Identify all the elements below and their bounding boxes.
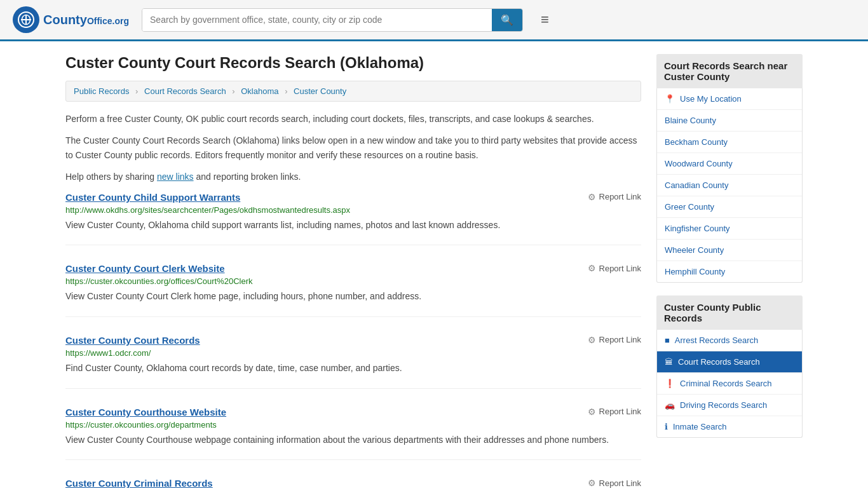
result-title-1[interactable]: Custer County Court Clerk Website: [65, 263, 225, 274]
nearby-counties-container: Blaine CountyBeckham CountyWoodward Coun…: [657, 110, 802, 282]
search-button[interactable]: 🔍: [492, 9, 522, 31]
result-url-0[interactable]: http://www.okdhs.org/sites/searchcenter/…: [65, 205, 641, 215]
public-record-icon-1: 🏛: [665, 357, 673, 367]
breadcrumb-oklahoma[interactable]: Oklahoma: [241, 86, 278, 96]
result-desc-1: View Custer County Court Clerk home page…: [65, 290, 641, 304]
public-record-icon-3: 🚗: [665, 400, 675, 410]
report-link-3[interactable]: ⚙ Report Link: [588, 407, 641, 417]
nearby-county-7[interactable]: Hemphill County: [657, 261, 802, 282]
search-input[interactable]: [142, 9, 492, 31]
result-title-3[interactable]: Custer County Courthouse Website: [65, 407, 226, 417]
public-record-link-3[interactable]: 🚗Driving Records Search: [657, 395, 802, 416]
public-records-title: Custer County Public Records: [656, 295, 803, 330]
nearby-county-6[interactable]: Wheeler County: [657, 240, 802, 261]
public-records-section: Custer County Public Records ■Arrest Rec…: [656, 295, 803, 438]
header: CountyOffice.org 🔍 ≡: [0, 0, 868, 41]
result-header: Custer County Criminal Records ⚙ Report …: [65, 478, 641, 488]
search-bar: 🔍: [142, 8, 523, 32]
nearby-county-4[interactable]: Greer County: [657, 196, 802, 218]
logo-text: CountyOffice.org: [43, 13, 129, 27]
logo-link[interactable]: CountyOffice.org: [13, 6, 129, 33]
breadcrumb-court-records[interactable]: Court Records Search: [144, 86, 226, 96]
description-1: Perform a free Custer County, OK public …: [65, 112, 641, 126]
result-desc-0: View Custer County, Oklahoma child suppo…: [65, 219, 641, 233]
breadcrumb-sep-1: ›: [135, 86, 138, 96]
result-item: Custer County Child Support Warrants ⚙ R…: [65, 192, 641, 246]
report-icon-1: ⚙: [588, 263, 596, 273]
nearby-county-2[interactable]: Woodward County: [657, 153, 802, 175]
nearby-county-3[interactable]: Canadian County: [657, 175, 802, 196]
report-link-1[interactable]: ⚙ Report Link: [588, 263, 641, 273]
description-2: The Custer County Court Records Search (…: [65, 133, 641, 162]
report-icon-4: ⚙: [588, 478, 596, 488]
breadcrumb: Public Records › Court Records Search › …: [65, 81, 641, 102]
public-record-link-1[interactable]: 🏛Court Records Search: [657, 351, 802, 373]
report-link-4[interactable]: ⚙ Report Link: [588, 478, 641, 488]
result-title-4[interactable]: Custer County Criminal Records: [65, 478, 213, 488]
result-url-3[interactable]: https://custer.okcounties.org/department…: [65, 420, 641, 430]
breadcrumb-sep-3: ›: [285, 86, 287, 96]
description-3: Help others by sharing new links and rep…: [65, 170, 641, 184]
result-url-1[interactable]: https://custer.okcounties.org/offices/Co…: [65, 276, 641, 286]
breadcrumb-sep-2: ›: [232, 86, 234, 96]
public-records-links: ■Arrest Records Search🏛Court Records Sea…: [656, 330, 803, 438]
result-header: Custer County Courthouse Website ⚙ Repor…: [65, 407, 641, 417]
result-desc-3: View Custer County Courthouse webpage co…: [65, 433, 641, 447]
nearby-county-0[interactable]: Blaine County: [657, 110, 802, 132]
main-container: Custer County Court Records Search (Okla…: [53, 41, 815, 488]
result-header: Custer County Court Records ⚙ Report Lin…: [65, 335, 641, 346]
result-desc-2: Find Custer County, Oklahoma court recor…: [65, 362, 641, 376]
public-record-icon-0: ■: [665, 336, 670, 345]
result-item: Custer County Courthouse Website ⚙ Repor…: [65, 407, 641, 461]
report-link-2[interactable]: ⚙ Report Link: [588, 335, 641, 345]
public-records-container: ■Arrest Records Search🏛Court Records Sea…: [657, 330, 802, 437]
results-container: Custer County Child Support Warrants ⚙ R…: [65, 192, 641, 488]
result-item: Custer County Court Clerk Website ⚙ Repo…: [65, 263, 641, 317]
report-icon-2: ⚙: [588, 335, 596, 345]
nearby-links: 📍 Use My Location Blaine CountyBeckham C…: [656, 88, 803, 283]
public-record-link-4[interactable]: ℹInmate Search: [657, 416, 802, 437]
result-title-2[interactable]: Custer County Court Records: [65, 335, 200, 346]
result-header: Custer County Child Support Warrants ⚙ R…: [65, 192, 641, 203]
result-title-0[interactable]: Custer County Child Support Warrants: [65, 192, 240, 203]
result-item: Custer County Court Records ⚙ Report Lin…: [65, 335, 641, 389]
breadcrumb-custer-county[interactable]: Custer County: [294, 86, 346, 96]
public-record-link-0[interactable]: ■Arrest Records Search: [657, 330, 802, 351]
page-title: Custer County Court Records Search (Okla…: [65, 54, 641, 72]
sidebar: Court Records Search near Custer County …: [656, 54, 803, 488]
nearby-section: Court Records Search near Custer County …: [656, 54, 803, 283]
use-location-link[interactable]: 📍 Use My Location: [657, 88, 802, 110]
report-link-0[interactable]: ⚙ Report Link: [588, 192, 641, 202]
public-record-link-2[interactable]: ❗Criminal Records Search: [657, 373, 802, 395]
main-content: Custer County Court Records Search (Okla…: [65, 54, 641, 488]
menu-icon[interactable]: ≡: [536, 9, 554, 30]
new-links-link[interactable]: new links: [157, 172, 194, 182]
result-item: Custer County Criminal Records ⚙ Report …: [65, 478, 641, 488]
result-header: Custer County Court Clerk Website ⚙ Repo…: [65, 263, 641, 274]
result-url-2[interactable]: https://www1.odcr.com/: [65, 348, 641, 358]
nearby-county-5[interactable]: Kingfisher County: [657, 218, 802, 240]
location-pin-icon: 📍: [665, 94, 675, 104]
logo-icon: [13, 6, 39, 33]
nearby-county-1[interactable]: Beckham County: [657, 132, 802, 153]
report-icon-3: ⚙: [588, 407, 596, 417]
breadcrumb-public-records[interactable]: Public Records: [74, 86, 129, 96]
public-record-icon-4: ℹ: [665, 422, 668, 431]
report-icon-0: ⚙: [588, 192, 596, 202]
public-record-icon-2: ❗: [665, 379, 675, 388]
nearby-title: Court Records Search near Custer County: [656, 54, 803, 88]
